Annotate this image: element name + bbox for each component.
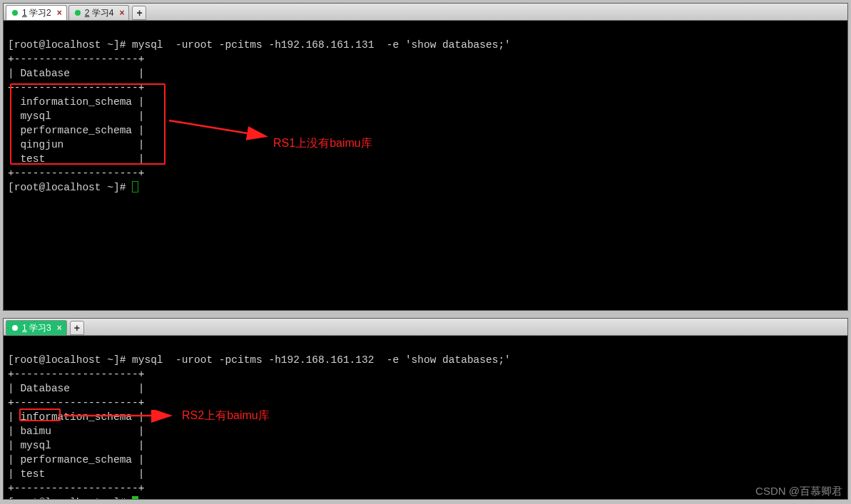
table-row: | test | xyxy=(8,468,144,480)
table-row: | information_schema | xyxy=(8,411,144,423)
table-border: +--------------------+ xyxy=(8,82,144,93)
table-row: | performance_schema | xyxy=(8,125,144,136)
connection-dot-icon xyxy=(75,10,81,16)
tab-number: 2 xyxy=(85,8,90,18)
shell-prompt: [root@localhost ~]# xyxy=(8,182,132,193)
table-row: | mysql | xyxy=(8,440,144,451)
connection-dot-icon xyxy=(12,10,18,16)
new-tab-button[interactable]: + xyxy=(132,6,146,20)
tab-number: 1 xyxy=(22,8,27,18)
table-row: | performance_schema | xyxy=(8,454,144,466)
plus-icon: + xyxy=(74,322,80,334)
connection-dot-icon xyxy=(12,325,18,331)
close-icon[interactable]: × xyxy=(57,9,62,17)
table-header: | Database | xyxy=(8,68,144,79)
shell-prompt: [root@localhost ~]# xyxy=(8,354,132,366)
shell-command: mysql -uroot -pcitms -h192.168.161.132 -… xyxy=(132,354,511,366)
table-border: +--------------------+ xyxy=(8,369,144,380)
terminal-output-top[interactable]: [root@localhost ~]# mysql -uroot -pcitms… xyxy=(4,21,847,213)
terminal-output-bottom[interactable]: [root@localhost ~]# mysql -uroot -pcitms… xyxy=(4,336,847,500)
cursor-icon xyxy=(132,496,138,500)
tab-label: 学习2 xyxy=(29,7,51,19)
tab-study3[interactable]: 1 学习3 × xyxy=(6,320,67,335)
terminal-pane-bottom: 1 学习3 × + [root@localhost ~]# mysql -uro… xyxy=(3,318,848,500)
table-border: +--------------------+ xyxy=(8,53,144,65)
tab-study4[interactable]: 2 学习4 × xyxy=(68,5,130,20)
table-border: +--------------------+ xyxy=(8,397,144,408)
table-border: +--------------------+ xyxy=(8,483,144,494)
table-row: | baimu | xyxy=(8,426,144,437)
close-icon[interactable]: × xyxy=(57,324,62,332)
plus-icon: + xyxy=(136,7,142,19)
tab-label: 学习3 xyxy=(29,322,51,334)
table-row: | test | xyxy=(8,153,144,165)
tab-number: 1 xyxy=(22,323,27,333)
table-border: +--------------------+ xyxy=(8,168,144,179)
tab-bar-bottom: 1 学习3 × + xyxy=(4,319,847,336)
table-row: | information_schema | xyxy=(8,96,144,108)
cursor-icon xyxy=(132,181,138,192)
shell-prompt: [root@localhost ~]# xyxy=(8,39,132,51)
shell-command: mysql -uroot -pcitms -h192.168.161.131 -… xyxy=(132,39,511,51)
table-header: | Database | xyxy=(8,383,144,394)
tab-label: 学习4 xyxy=(92,7,114,19)
terminal-pane-top: 1 学习2 × 2 学习4 × + [root@localhost ~]# my… xyxy=(3,3,848,311)
close-icon[interactable]: × xyxy=(119,9,124,17)
shell-prompt: [root@localhost ~]# xyxy=(8,497,132,500)
table-row: | mysql | xyxy=(8,110,144,122)
tab-bar-top: 1 学习2 × 2 学习4 × + xyxy=(4,4,847,21)
tab-study2[interactable]: 1 学习2 × xyxy=(6,5,67,20)
new-tab-button[interactable]: + xyxy=(70,321,84,335)
table-row: | qingjun | xyxy=(8,139,144,150)
